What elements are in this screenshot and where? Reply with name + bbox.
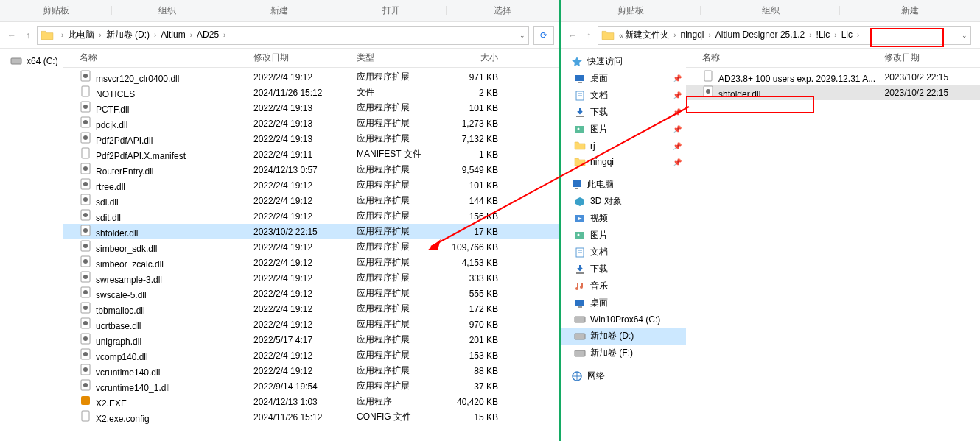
breadcrumb-item[interactable]: ningqi [679, 29, 705, 40]
file-row[interactable]: vcruntime140.dll2022/2/4 19:12应用程序扩展88 K… [63, 363, 559, 378]
back-button[interactable]: ← [4, 28, 19, 43]
file-name-cell: shfolder.dll [75, 225, 249, 239]
back-button[interactable]: ← [565, 28, 580, 43]
nav-network[interactable]: 网络 [561, 367, 686, 384]
ribbon-section[interactable]: 剪贴板 [0, 4, 112, 17]
nav-label: 下载 [590, 263, 608, 275]
file-row[interactable]: unigraph.dll2022/5/17 4:17应用程序扩展201 KB [63, 332, 559, 347]
nav-item[interactable]: 新加卷 (F:) [561, 345, 686, 361]
col-name[interactable]: 名称 [75, 52, 249, 64]
file-size-cell: 153 KB [439, 350, 501, 361]
nav-item[interactable]: 下载 [561, 261, 686, 278]
chevron-down-icon[interactable]: ⌄ [518, 32, 525, 39]
dll-icon [702, 85, 714, 97]
chevron-icon: › [831, 31, 839, 39]
nav-item[interactable]: 文档 [561, 244, 686, 261]
explorer-right-window: 剪贴板组织新建 ← ↑ « 新建文件夹›ningqi›Altium Design… [559, 0, 980, 441]
col-date[interactable]: 修改日期 [880, 52, 980, 64]
file-row[interactable]: simbeor_sdk.dll2022/2/4 19:12应用程序扩展109,7… [63, 239, 559, 255]
nav-this-pc[interactable]: 此电脑 [561, 176, 686, 193]
pin-icon: 📌 [665, 108, 682, 116]
breadcrumb-item[interactable]: 新建文件夹 [623, 29, 671, 41]
nav-item[interactable]: 图片 [561, 227, 686, 244]
chevron-icon: › [187, 31, 195, 39]
file-row[interactable]: NOTICES2024/11/26 15:12文件2 KB [63, 85, 559, 100]
breadcrumb-item[interactable]: AD25 [195, 29, 220, 40]
file-date-cell: 2022/2/4 19:12 [249, 258, 352, 268]
ribbon-section[interactable]: 组织 [701, 4, 841, 17]
file-row[interactable]: PCTF.dll2022/2/4 19:13应用程序扩展101 KB [63, 100, 559, 116]
nav-item[interactable]: 文档📌 [561, 87, 686, 104]
breadcrumb-item[interactable]: Altium [159, 29, 186, 40]
file-row[interactable]: msvcr120_clr0400.dll2022/2/4 19:12应用程序扩展… [63, 69, 559, 85]
ribbon-section[interactable]: 打开 [335, 4, 447, 17]
file-row[interactable]: simbeor_zcalc.dll2022/2/4 19:12应用程序扩展4,1… [63, 255, 559, 270]
file-row[interactable]: tbbmalloc.dll2022/2/4 19:12应用程序扩展172 KB [63, 301, 559, 317]
breadcrumb-item[interactable]: Altium Designer 25.1.2 [714, 29, 806, 40]
folder-icon [601, 29, 615, 42]
ribbon-section[interactable]: 组织 [112, 4, 224, 17]
breadcrumb-item[interactable]: Lic [840, 29, 854, 40]
nav-item[interactable]: rj📌 [561, 138, 686, 154]
nav-item[interactable]: 桌面📌 [561, 70, 686, 87]
col-date[interactable]: 修改日期 [249, 52, 352, 64]
nav-item[interactable]: 音乐 [561, 278, 686, 294]
folder-icon [574, 140, 586, 152]
address-box[interactable]: › 此电脑›新加卷 (D:)›Altium›AD25› ⌄ [37, 26, 529, 45]
exe-icon [80, 395, 91, 406]
file-row[interactable]: Pdf2PdfAPI.X.manifest2022/2/4 19:11MANIF… [63, 147, 559, 162]
file-type-cell: 应用程序扩展 [352, 272, 439, 284]
col-name[interactable]: 名称 [698, 52, 880, 64]
file-row[interactable]: shfolder.dll2023/10/2 22:15应用程序扩展17 KB [63, 224, 559, 239]
file-row[interactable]: shfolder.dll2023/10/2 22:15 [686, 85, 980, 100]
file-row[interactable]: ucrtbase.dll2022/2/4 19:12应用程序扩展970 KB [63, 317, 559, 332]
up-button[interactable]: ↑ [21, 28, 35, 43]
ribbon-section[interactable]: 新建 [840, 4, 980, 17]
breadcrumb-item[interactable]: !Lic [815, 29, 832, 40]
up-button[interactable]: ↑ [581, 28, 596, 43]
3d-icon [574, 196, 586, 208]
chevron-down-icon[interactable]: ⌄ [960, 32, 967, 39]
refresh-button[interactable]: ⟳ [533, 26, 554, 45]
ribbon-section[interactable]: 新建 [223, 4, 335, 17]
nav-item[interactable]: ningqi📌 [561, 154, 686, 170]
dll-icon [80, 364, 91, 375]
nav-item[interactable]: 视频 [561, 210, 686, 227]
col-size[interactable]: 大小 [439, 52, 501, 64]
ribbon-section[interactable]: 剪贴板 [561, 4, 701, 17]
file-name-cell: vcomp140.dll [75, 348, 249, 362]
ribbon-section[interactable]: 选择 [447, 4, 559, 17]
dll-icon [80, 163, 91, 174]
nav-item[interactable]: 下载📌 [561, 104, 686, 121]
file-row[interactable]: swscale-5.dll2022/2/4 19:12应用程序扩展555 KB [63, 286, 559, 301]
file-date-cell: 2024/11/26 15:12 [249, 412, 352, 423]
nav-item[interactable]: Win10Prox64 (C:) [561, 311, 686, 328]
file-row[interactable]: sdit.dll2022/2/4 19:12应用程序扩展156 KB [63, 208, 559, 224]
file-row[interactable]: vcruntime140_1.dll2022/9/14 19:54应用程序扩展3… [63, 378, 559, 394]
file-row[interactable]: rtree.dll2022/2/4 19:12应用程序扩展101 KB [63, 177, 559, 193]
col-type[interactable]: 类型 [352, 52, 439, 64]
file-row[interactable]: swresample-3.dll2022/2/4 19:12应用程序扩展333 … [63, 270, 559, 286]
ribbon: 剪贴板组织新建打开选择 [0, 0, 559, 22]
nav-item[interactable]: 图片📌 [561, 121, 686, 138]
breadcrumb-item[interactable]: 新加卷 (D:) [105, 29, 151, 41]
file-row[interactable]: sdi.dll2022/2/4 19:12应用程序扩展144 KB [63, 193, 559, 208]
address-box[interactable]: « 新建文件夹›ningqi›Altium Designer 25.1.2›!L… [598, 26, 971, 45]
file-row[interactable]: pdcjk.dll2022/2/4 19:13应用程序扩展1,273 KB [63, 116, 559, 131]
dll-icon [80, 194, 91, 205]
breadcrumb-item[interactable]: 此电脑 [66, 29, 96, 41]
file-date-cell: 2022/2/4 19:13 [249, 134, 352, 144]
file-row[interactable]: RouterEntry.dll2024/12/13 0:57应用程序扩展9,54… [63, 162, 559, 177]
nav-quick-access[interactable]: 快速访问 [561, 53, 686, 70]
file-row[interactable]: X2.exe.config2024/11/26 15:12CONFIG 文件15… [63, 409, 559, 425]
nav-item[interactable]: 3D 对象 [561, 193, 686, 210]
file-row[interactable]: Pdf2PdfAPI.dll2022/2/4 19:13应用程序扩展7,132 … [63, 131, 559, 147]
file-row[interactable]: X2.EXE2024/12/13 1:03应用程序40,420 KB [63, 394, 559, 409]
nav-item[interactable]: 桌面 [561, 294, 686, 311]
file-row[interactable]: AD23.8+ 100 users exp. 2029.12.31 A...20… [686, 69, 980, 85]
column-headers[interactable]: 名称 修改日期 [686, 49, 980, 68]
nav-item-disk[interactable]: x64 (C:) [0, 53, 63, 69]
file-row[interactable]: vcomp140.dll2022/2/4 19:12应用程序扩展153 KB [63, 347, 559, 363]
nav-item[interactable]: 新加卷 (D:) [561, 328, 686, 345]
column-headers[interactable]: 名称 修改日期 类型 大小 [63, 49, 559, 68]
